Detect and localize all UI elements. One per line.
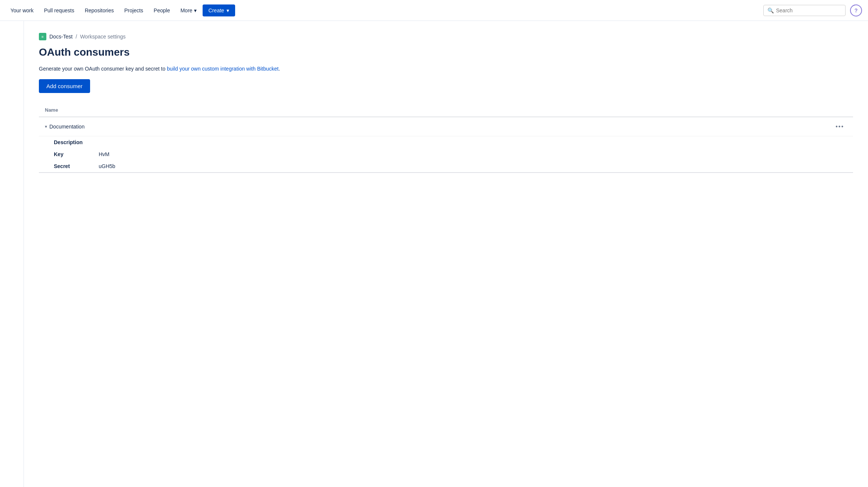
secret-value: uGH5b (99, 163, 115, 169)
add-consumer-button[interactable]: Add consumer (39, 79, 90, 93)
sidebar (0, 21, 24, 487)
chevron-down-icon: ▾ (45, 124, 47, 129)
nav-more[interactable]: More ▾ (176, 4, 201, 16)
page-layout: ≡ Docs-Test / Workspace settings OAuth c… (0, 21, 868, 487)
consumer-row-header[interactable]: ▾ Documentation ••• (39, 117, 853, 136)
nav-people[interactable]: People (149, 4, 175, 16)
search-icon: 🔍 (767, 7, 774, 13)
table-header-row: Name (39, 103, 853, 117)
consumer-actions-menu[interactable]: ••• (832, 122, 847, 131)
breadcrumb-workspace[interactable]: Docs-Test (49, 34, 73, 40)
search-input[interactable] (776, 7, 841, 13)
description-link[interactable]: build your own custom integration with B… (167, 66, 278, 72)
nav-right: 🔍 ? (763, 4, 862, 16)
breadcrumb-separator: / (76, 34, 77, 40)
consumers-table: Name ▾ Documentation ••• Description (39, 103, 853, 173)
page-description: Generate your own OAuth consumer key and… (39, 66, 853, 72)
nav-repositories[interactable]: Repositories (80, 4, 118, 16)
consumers-body: ▾ Documentation ••• Description Key HvM (39, 117, 853, 173)
nav-left: Your work Pull requests Repositories Pro… (6, 4, 235, 16)
workspace-icon: ≡ (39, 33, 46, 40)
name-column-header: Name (39, 103, 853, 117)
consumer-detail-section: Description Key HvM Secret uGH5b (39, 136, 853, 173)
description-text-start: Generate your own OAuth consumer key and… (39, 66, 167, 72)
secret-label: Secret (54, 163, 99, 169)
chevron-down-icon: ▾ (227, 7, 229, 13)
search-box[interactable]: 🔍 (763, 5, 846, 16)
help-button[interactable]: ? (850, 4, 862, 16)
consumer-name: Documentation (49, 124, 84, 130)
page-title: OAuth consumers (39, 46, 853, 58)
nav-pull-requests[interactable]: Pull requests (40, 4, 79, 16)
breadcrumb-current: Workspace settings (80, 34, 126, 40)
breadcrumb: ≡ Docs-Test / Workspace settings (39, 33, 853, 40)
nav-projects[interactable]: Projects (120, 4, 148, 16)
chevron-down-icon: ▾ (194, 7, 197, 13)
detail-key-row: Key HvM (39, 148, 853, 160)
key-label: Key (54, 151, 99, 157)
description-label: Description (54, 139, 99, 145)
description-text-end: . (278, 66, 280, 72)
detail-secret-row: Secret uGH5b (39, 160, 853, 172)
nav-your-work[interactable]: Your work (6, 4, 38, 16)
main-content: ≡ Docs-Test / Workspace settings OAuth c… (24, 21, 868, 487)
key-value: HvM (99, 151, 110, 157)
table-row: ▾ Documentation ••• Description Key HvM (39, 117, 853, 173)
navbar: Your work Pull requests Repositories Pro… (0, 0, 868, 21)
create-button[interactable]: Create ▾ (203, 4, 235, 16)
detail-description-row: Description (39, 136, 853, 148)
